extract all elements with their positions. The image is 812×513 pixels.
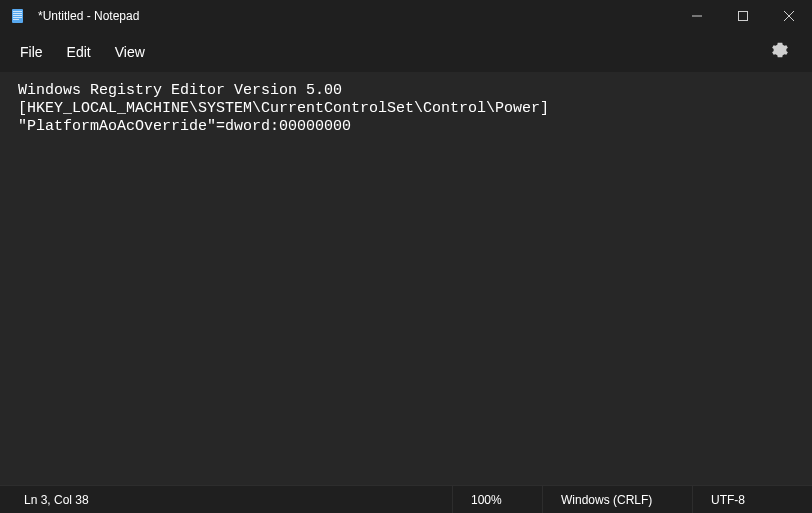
svg-rect-4 (13, 17, 22, 18)
maximize-button[interactable] (720, 0, 766, 32)
svg-rect-2 (13, 13, 22, 14)
menu-view[interactable]: View (103, 38, 157, 66)
title-bar: *Untitled - Notepad (0, 0, 812, 32)
svg-rect-6 (739, 12, 748, 21)
menu-file[interactable]: File (8, 38, 55, 66)
svg-rect-5 (13, 19, 19, 20)
status-bar: Ln 3, Col 38 100% Windows (CRLF) UTF-8 (0, 485, 812, 513)
window-title: *Untitled - Notepad (38, 9, 139, 23)
notepad-icon (10, 8, 26, 24)
minimize-button[interactable] (674, 0, 720, 32)
status-zoom[interactable]: 100% (452, 486, 542, 513)
menu-bar: File Edit View (0, 32, 812, 72)
status-cursor-position: Ln 3, Col 38 (0, 486, 107, 513)
close-button[interactable] (766, 0, 812, 32)
svg-rect-1 (13, 11, 22, 12)
status-encoding: UTF-8 (692, 486, 812, 513)
settings-button[interactable] (762, 34, 798, 70)
window-controls (674, 0, 812, 32)
menu-edit[interactable]: Edit (55, 38, 103, 66)
gear-icon (772, 42, 788, 62)
svg-rect-3 (13, 15, 22, 16)
text-editor[interactable]: Windows Registry Editor Version 5.00 [HK… (0, 72, 812, 485)
status-line-ending: Windows (CRLF) (542, 486, 692, 513)
